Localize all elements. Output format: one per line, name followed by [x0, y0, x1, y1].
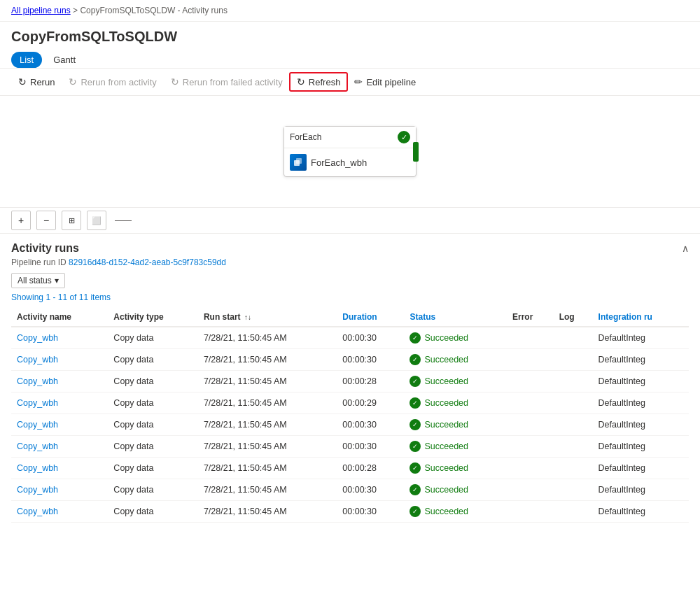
- svg-rect-1: [296, 158, 302, 164]
- section-title: Activity runs: [11, 242, 79, 255]
- cell-error: [507, 327, 554, 349]
- col-error: Error: [507, 308, 554, 327]
- separator: [115, 220, 132, 221]
- status-text: Succeeded: [424, 507, 468, 516]
- cell-activity-name: Copy_wbh: [11, 436, 108, 458]
- breadcrumb-current: CopyFromSQLToSQLDW - Activity runs: [80, 6, 227, 15]
- cell-run-start: 7/28/21, 11:50:45 AM: [198, 349, 337, 371]
- cell-activity-type: Copy data: [108, 414, 198, 436]
- table-row[interactable]: Copy_wbh Copy data 7/28/21, 11:50:45 AM …: [11, 371, 689, 393]
- table-body: Copy_wbh Copy data 7/28/21, 11:50:45 AM …: [11, 327, 689, 523]
- cell-error: [507, 349, 554, 371]
- collapse-button[interactable]: ∧: [682, 243, 689, 254]
- cell-activity-type: Copy data: [108, 349, 198, 371]
- cell-run-start: 7/28/21, 11:50:45 AM: [198, 436, 337, 458]
- tabs-bar: List Gantt: [0, 49, 700, 69]
- cell-integration-runtime: DefaultInteg: [593, 436, 689, 458]
- rerun-from-failed-button[interactable]: ↻ Rerun from failed activity: [164, 73, 290, 91]
- cell-log: [554, 371, 593, 393]
- activity-runs-table: Activity name Activity type Run start ↑↓…: [11, 308, 689, 523]
- cell-activity-name: Copy_wbh: [11, 414, 108, 436]
- col-duration: Duration: [337, 308, 404, 327]
- tab-gantt[interactable]: Gantt: [45, 52, 84, 68]
- rerun-icon: ↻: [18, 76, 27, 87]
- cell-status: ✓ Succeeded: [404, 349, 507, 371]
- cell-status: ✓ Succeeded: [404, 501, 507, 523]
- minus-icon: −: [43, 215, 49, 226]
- zoom-in-button[interactable]: +: [11, 211, 31, 230]
- cell-status: ✓ Succeeded: [404, 458, 507, 479]
- col-integration-runtime: Integration ru: [593, 308, 689, 327]
- cell-log: [554, 414, 593, 436]
- rerun-button[interactable]: ↻ Rerun: [11, 73, 62, 91]
- cell-run-start: 7/28/21, 11:50:45 AM: [198, 479, 337, 501]
- col-run-start[interactable]: Run start ↑↓: [198, 308, 337, 327]
- col-log: Log: [554, 308, 593, 327]
- pipeline-run-prefix: Pipeline run ID: [11, 257, 66, 267]
- table-row[interactable]: Copy_wbh Copy data 7/28/21, 11:50:45 AM …: [11, 349, 689, 371]
- success-icon: ✓: [410, 354, 421, 365]
- cell-activity-type: Copy data: [108, 458, 198, 479]
- sort-icon: ↑↓: [244, 313, 251, 321]
- table-row[interactable]: Copy_wbh Copy data 7/28/21, 11:50:45 AM …: [11, 327, 689, 349]
- cell-status: ✓ Succeeded: [404, 371, 507, 393]
- edit-pipeline-icon: ✏: [354, 76, 363, 87]
- cell-activity-type: Copy data: [108, 327, 198, 349]
- table-row[interactable]: Copy_wbh Copy data 7/28/21, 11:50:45 AM …: [11, 393, 689, 414]
- pipeline-run-id-link[interactable]: 82916d48-d152-4ad2-aeab-5c9f783c59dd: [69, 257, 226, 267]
- status-filter-dropdown[interactable]: All status ▾: [11, 273, 65, 288]
- table-row[interactable]: Copy_wbh Copy data 7/28/21, 11:50:45 AM …: [11, 501, 689, 523]
- node-green-bar: [413, 142, 419, 162]
- cell-run-start: 7/28/21, 11:50:45 AM: [198, 327, 337, 349]
- fit-icon: ⊞: [69, 216, 75, 225]
- col-status: Status: [404, 308, 507, 327]
- rerun-from-activity-button[interactable]: ↻ Rerun from activity: [62, 73, 163, 91]
- cell-run-start: 7/28/21, 11:50:45 AM: [198, 501, 337, 523]
- fullscreen-icon: ⬜: [92, 216, 102, 225]
- cell-error: [507, 479, 554, 501]
- edit-pipeline-button[interactable]: ✏ Edit pipeline: [347, 73, 423, 91]
- refresh-button[interactable]: ↻ Refresh: [290, 73, 348, 91]
- table-row[interactable]: Copy_wbh Copy data 7/28/21, 11:50:45 AM …: [11, 458, 689, 479]
- tab-list[interactable]: List: [11, 52, 42, 68]
- cell-duration: 00:00:28: [337, 458, 404, 479]
- rerun-from-failed-icon: ↻: [171, 76, 179, 87]
- success-icon: ✓: [410, 397, 421, 409]
- success-icon: ✓: [410, 419, 421, 430]
- foreach-body-icon: [290, 154, 307, 171]
- col-activity-type: Activity type: [108, 308, 198, 327]
- cell-log: [554, 349, 593, 371]
- zoom-out-button[interactable]: −: [36, 211, 56, 230]
- foreach-header: ForEach ✓: [284, 127, 416, 148]
- success-icon: ✓: [410, 376, 421, 387]
- rerun-from-failed-label: Rerun from failed activity: [183, 77, 283, 87]
- status-text: Succeeded: [424, 485, 468, 495]
- status-text: Succeeded: [424, 398, 468, 408]
- cell-error: [507, 371, 554, 393]
- fullscreen-button[interactable]: ⬜: [87, 211, 106, 230]
- status-text: Succeeded: [424, 376, 468, 386]
- cell-duration: 00:00:30: [337, 327, 404, 349]
- cell-status: ✓ Succeeded: [404, 327, 507, 349]
- cell-duration: 00:00:30: [337, 349, 404, 371]
- cell-integration-runtime: DefaultInteg: [593, 479, 689, 501]
- cell-integration-runtime: DefaultInteg: [593, 414, 689, 436]
- cell-activity-type: Copy data: [108, 479, 198, 501]
- foreach-inner-label: ForEach_wbh: [311, 157, 367, 168]
- table-row[interactable]: Copy_wbh Copy data 7/28/21, 11:50:45 AM …: [11, 436, 689, 458]
- fit-view-button[interactable]: ⊞: [62, 211, 81, 230]
- table-row[interactable]: Copy_wbh Copy data 7/28/21, 11:50:45 AM …: [11, 479, 689, 501]
- cell-activity-name: Copy_wbh: [11, 501, 108, 523]
- foreach-node[interactable]: ForEach ✓ ForEach_wbh: [284, 126, 416, 177]
- success-icon: ✓: [410, 462, 421, 474]
- cell-activity-name: Copy_wbh: [11, 371, 108, 393]
- plus-icon: +: [18, 215, 24, 226]
- table-wrapper: Activity name Activity type Run start ↑↓…: [11, 308, 689, 523]
- breadcrumb-link[interactable]: All pipeline runs: [11, 6, 71, 15]
- cell-activity-type: Copy data: [108, 501, 198, 523]
- table-row[interactable]: Copy_wbh Copy data 7/28/21, 11:50:45 AM …: [11, 414, 689, 436]
- items-range: 1 - 11: [46, 292, 67, 302]
- cell-activity-type: Copy data: [108, 393, 198, 414]
- cell-duration: 00:00:30: [337, 436, 404, 458]
- cell-integration-runtime: DefaultInteg: [593, 501, 689, 523]
